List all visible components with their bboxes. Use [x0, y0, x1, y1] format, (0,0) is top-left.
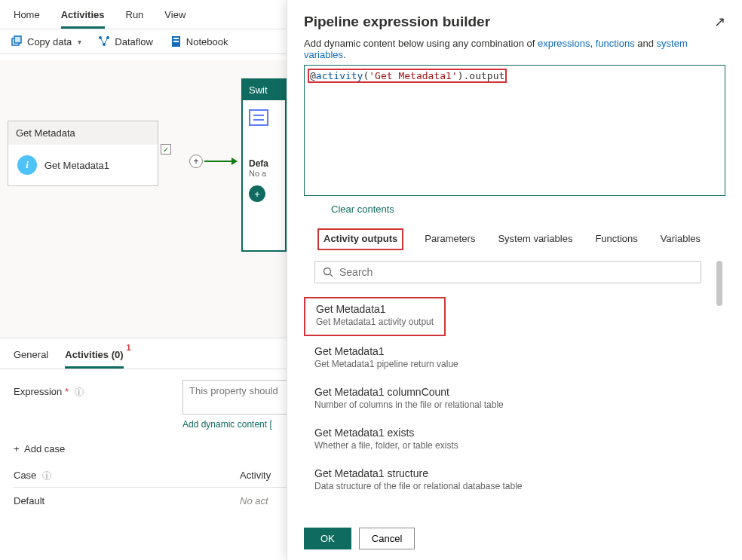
result-desc: Get Metadata1 pipeline return value — [314, 359, 701, 369]
result-title: Get Metadata1 — [314, 345, 701, 357]
add-case-label: Add case — [24, 443, 65, 454]
scrollbar[interactable] — [716, 261, 722, 517]
builder-subtitle: Add dynamic content below using any comb… — [304, 38, 725, 60]
tab-view[interactable]: View — [164, 5, 186, 29]
svg-point-8 — [324, 268, 331, 275]
connector-line — [204, 161, 231, 162]
svg-line-9 — [330, 274, 333, 277]
error-badge: 1 — [126, 343, 130, 352]
expression-label-text: Expression — [14, 386, 62, 397]
tab-system-variables[interactable]: System variables — [496, 228, 574, 250]
notebook-label: Notebook — [186, 36, 228, 47]
required-asterisk-icon: * — [65, 386, 69, 397]
result-desc: Whether a file, folder, or table exists — [314, 440, 701, 451]
results-pane: Get Metadata1 Get Metadata1 activity out… — [304, 261, 725, 517]
search-icon — [323, 267, 333, 277]
success-checkbox-icon[interactable]: ✓ — [161, 144, 171, 155]
info-icon[interactable]: i — [42, 471, 51, 480]
tab-activity-outputs[interactable]: Activity outputs — [317, 228, 403, 250]
expression-label: Expression * i — [14, 380, 164, 397]
result-desc: Get Metadata1 activity output — [316, 317, 434, 327]
info-icon: i — [17, 155, 37, 175]
expression-builder-panel: Pipeline expression builder ↗ Add dynami… — [287, 0, 742, 560]
tab-parameters[interactable]: Parameters — [423, 228, 477, 250]
functions-link[interactable]: functions — [596, 38, 635, 49]
node-header: Get Metadata — [8, 121, 158, 145]
editor-selection-highlight: @activity('Get Metadata1').output — [308, 69, 507, 83]
svg-rect-1 — [14, 36, 21, 43]
node-name: Get Metadata1 — [44, 160, 109, 171]
activity-column-header: Activity — [240, 470, 271, 481]
builder-subtext: Add dynamic content below using any comb… — [304, 38, 538, 49]
ok-button[interactable]: OK — [304, 528, 351, 549]
notebook-button[interactable]: Notebook — [170, 35, 228, 47]
search-input[interactable] — [339, 266, 693, 278]
tab-home[interactable]: Home — [14, 5, 40, 29]
switch-add-button[interactable]: + — [249, 185, 265, 202]
svg-rect-6 — [173, 38, 179, 39]
result-title: Get Metadata1 exists — [314, 427, 701, 439]
result-item[interactable]: Get Metadata1 columnCount Number of colu… — [304, 381, 712, 418]
scrollbar-thumb[interactable] — [716, 261, 722, 306]
switch-default-label: Defa — [249, 158, 279, 169]
copy-data-icon — [11, 35, 23, 47]
add-connector-button[interactable]: + — [189, 155, 203, 168]
result-title: Get Metadata1 structure — [314, 467, 701, 479]
connector-arrow-icon — [231, 158, 238, 165]
switch-no-activity-label: No a — [249, 169, 279, 178]
info-icon[interactable]: i — [75, 387, 84, 396]
result-title: Get Metadata1 — [316, 303, 434, 315]
search-box[interactable] — [314, 261, 701, 283]
svg-rect-7 — [173, 41, 179, 42]
tab-variables[interactable]: Variables — [659, 228, 702, 250]
switch-icon — [249, 109, 268, 126]
tab-run[interactable]: Run — [126, 5, 144, 29]
config-tab-activities[interactable]: Activities (0) 1 — [65, 344, 123, 369]
result-item[interactable]: Get Metadata1 Get Metadata1 pipeline ret… — [304, 341, 712, 377]
result-item[interactable]: Get Metadata1 exists Whether a file, fol… — [304, 422, 712, 458]
expressions-link[interactable]: expressions — [538, 38, 590, 49]
result-item[interactable]: Get Metadata1 Get Metadata1 activity out… — [304, 297, 446, 336]
dataflow-label: Dataflow — [115, 36, 153, 47]
dataflow-icon — [98, 35, 110, 47]
config-tab-general[interactable]: General — [14, 344, 48, 369]
result-item[interactable]: Get Metadata1 structure Data structure o… — [304, 463, 712, 499]
case-no-activity-label: No act — [240, 495, 268, 506]
copy-data-label: Copy data — [27, 36, 72, 47]
expand-icon[interactable]: ↗ — [714, 14, 725, 30]
result-desc: Number of columns in the file or relatio… — [314, 399, 701, 410]
cancel-button[interactable]: Cancel — [359, 528, 415, 549]
case-column-header: Case — [14, 470, 36, 481]
builder-footer: OK Cancel — [304, 528, 415, 549]
switch-header: Swit — [243, 80, 285, 100]
node-switch[interactable]: Swit Defa No a + — [241, 78, 287, 252]
notebook-icon — [170, 35, 182, 47]
builder-tabs: Activity outputs Parameters System varia… — [304, 228, 725, 250]
result-desc: Data structure of the file or relational… — [314, 481, 701, 491]
config-tab-activities-label: Activities (0) — [65, 349, 123, 360]
result-title: Get Metadata1 columnCount — [314, 386, 701, 398]
tab-functions[interactable]: Functions — [593, 228, 639, 250]
case-default-label: Default — [14, 495, 240, 506]
dataflow-button[interactable]: Dataflow — [98, 35, 153, 47]
builder-title: Pipeline expression builder — [304, 14, 490, 30]
expression-editor[interactable]: @activity('Get Metadata1').output — [304, 65, 725, 196]
chevron-down-icon: ▾ — [78, 38, 81, 46]
clear-contents-link[interactable]: Clear contents — [331, 203, 394, 215]
copy-data-button[interactable]: Copy data ▾ — [11, 35, 81, 47]
tab-activities[interactable]: Activities — [61, 5, 105, 29]
node-get-metadata[interactable]: Get Metadata i Get Metadata1 ✓ + — [8, 121, 158, 186]
